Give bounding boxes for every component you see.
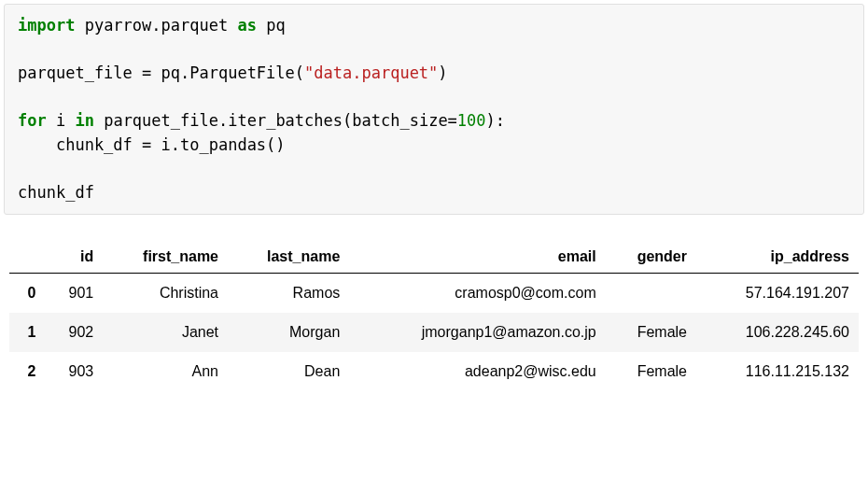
cell-gender: Female [606, 313, 696, 352]
cell-id: 902 [45, 313, 103, 352]
cell-id: 903 [45, 352, 103, 391]
keyword-in: in [75, 111, 93, 130]
cell-last-name: Ramos [228, 274, 349, 314]
column-header: ip_address [696, 237, 859, 274]
cell-gender [606, 274, 696, 314]
keyword-for: for [18, 111, 47, 130]
output-area: id first_name last_name email gender ip_… [0, 218, 868, 401]
column-header: first_name [103, 237, 228, 274]
column-header: gender [606, 237, 696, 274]
column-header: email [349, 237, 605, 274]
code-cell[interactable]: import pyarrow.parquet as pq parquet_fil… [4, 4, 864, 215]
number-literal: 100 [457, 111, 486, 130]
cell-ip-address: 116.11.215.132 [696, 352, 859, 391]
table-header: id first_name last_name email gender ip_… [9, 237, 859, 274]
code-text: chunk_df = i.to_pandas() [18, 135, 286, 154]
cell-ip-address: 57.164.191.207 [696, 274, 859, 314]
cell-first-name: Ann [103, 352, 228, 391]
code-text: ) [438, 63, 447, 82]
column-header: last_name [228, 237, 349, 274]
cell-ip-address: 106.228.245.60 [696, 313, 859, 352]
keyword-import: import [18, 16, 75, 35]
table-row: 0 901 Christina Ramos cramosp0@com.com 5… [9, 274, 859, 314]
row-index: 1 [9, 313, 45, 352]
dataframe-table: id first_name last_name email gender ip_… [9, 237, 859, 391]
alias: pq [257, 16, 286, 35]
row-index: 2 [9, 352, 45, 391]
code-text: ): [486, 111, 505, 130]
table-row: 2 903 Ann Dean adeanp2@wisc.edu Female 1… [9, 352, 859, 391]
string-literal: "data.parquet" [304, 63, 438, 82]
module-name: pyarrow.parquet [75, 16, 237, 35]
cell-email: cramosp0@com.com [349, 274, 605, 314]
column-header: id [45, 237, 103, 274]
cell-email: jmorganp1@amazon.co.jp [349, 313, 605, 352]
header-row: id first_name last_name email gender ip_… [9, 237, 859, 274]
code-text: parquet_file = pq.ParquetFile( [18, 63, 304, 82]
row-index: 0 [9, 274, 45, 314]
cell-id: 901 [45, 274, 103, 314]
keyword-as: as [237, 16, 256, 35]
table-row: 1 902 Janet Morgan jmorganp1@amazon.co.j… [9, 313, 859, 352]
code-text: i [47, 111, 76, 130]
cell-last-name: Dean [228, 352, 349, 391]
cell-first-name: Christina [103, 274, 228, 314]
cell-email: adeanp2@wisc.edu [349, 352, 605, 391]
code-text: parquet_file.iter_batches(batch_size= [94, 111, 457, 130]
cell-gender: Female [606, 352, 696, 391]
cell-first-name: Janet [103, 313, 228, 352]
table-body: 0 901 Christina Ramos cramosp0@com.com 5… [9, 274, 859, 392]
index-header [9, 237, 45, 274]
code-text: chunk_df [18, 183, 94, 202]
cell-last-name: Morgan [228, 313, 349, 352]
